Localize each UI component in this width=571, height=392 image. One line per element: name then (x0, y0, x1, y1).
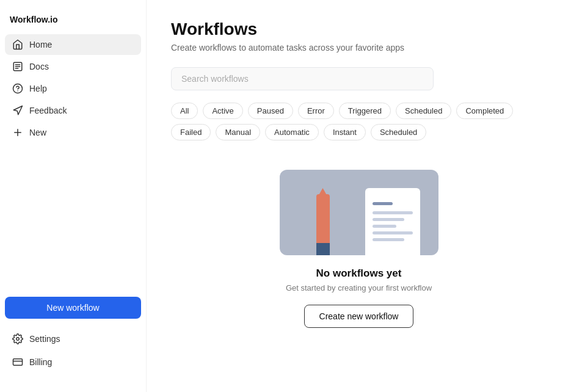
svg-point-9 (16, 338, 20, 341)
filter-tag-instant-10[interactable]: Instant (324, 124, 366, 140)
home-icon (12, 39, 23, 50)
filter-tags: AllActivePausedErrorTriggeredScheduledCo… (171, 103, 547, 140)
sidebar-item-feedback-label: Feedback (29, 106, 67, 115)
filter-tag-automatic-9[interactable]: Automatic (265, 124, 319, 140)
pencil-illustration (316, 194, 330, 255)
doc-line-5 (373, 238, 405, 241)
main-content: Workflows Create workflows to automate t… (147, 0, 571, 392)
sidebar-item-billing-label: Billing (29, 357, 52, 367)
help-icon (12, 83, 23, 94)
sidebar-bottom: New workflow Settings Billing (0, 287, 146, 382)
sidebar-item-home-label: Home (29, 40, 52, 49)
page-title: Workflows (171, 20, 547, 39)
doc-line-1 (373, 211, 413, 214)
feedback-icon (12, 105, 23, 116)
document-illustration (365, 188, 420, 255)
sidebar-item-home[interactable]: Home (5, 34, 141, 55)
doc-line-4 (373, 231, 413, 234)
filter-tag-error-3[interactable]: Error (298, 103, 334, 119)
sidebar-item-help-label: Help (29, 84, 47, 93)
sidebar-item-new[interactable]: New (5, 122, 141, 143)
sidebar-item-docs-label: Docs (29, 62, 49, 71)
filter-tag-paused-2[interactable]: Paused (248, 103, 293, 119)
empty-subtitle: Get started by creating your first workf… (286, 283, 432, 292)
billing-icon (12, 357, 23, 368)
plus-icon (12, 127, 23, 138)
sidebar-item-new-label: New (29, 128, 46, 137)
empty-illustration (280, 170, 438, 255)
page-subtitle: Create workflows to automate tasks acros… (171, 43, 547, 53)
sidebar-item-settings-label: Settings (29, 334, 60, 344)
create-workflow-button[interactable]: Create new workflow (304, 305, 414, 328)
settings-icon (12, 333, 23, 344)
sidebar-nav: Home Docs Help (0, 34, 146, 287)
doc-header-line (373, 202, 393, 205)
filter-tag-active-1[interactable]: Active (203, 103, 242, 119)
empty-state: No workflows yet Get started by creating… (171, 160, 547, 338)
svg-rect-10 (13, 359, 23, 366)
sidebar-item-feedback[interactable]: Feedback (5, 100, 141, 121)
sidebar: Workflow.io Home Docs (0, 0, 147, 392)
sidebar-item-help[interactable]: Help (5, 78, 141, 99)
filter-tag-completed-6[interactable]: Completed (456, 103, 513, 119)
sidebar-item-settings[interactable]: Settings (5, 328, 141, 349)
new-workflow-button[interactable]: New workflow (5, 297, 141, 319)
sidebar-item-docs[interactable]: Docs (5, 56, 141, 77)
doc-line-3 (373, 225, 397, 228)
app-logo: Workflow.io (0, 10, 146, 34)
filter-tag-triggered-4[interactable]: Triggered (339, 103, 391, 119)
search-input[interactable] (171, 67, 434, 90)
filter-tag-scheduled-11[interactable]: Scheduled (371, 124, 426, 140)
filter-tag-all-0[interactable]: All (171, 103, 198, 119)
svg-marker-6 (13, 106, 22, 115)
filter-tag-scheduled-5[interactable]: Scheduled (396, 103, 451, 119)
filter-tag-manual-8[interactable]: Manual (216, 124, 260, 140)
empty-title: No workflows yet (316, 267, 402, 280)
search-container (171, 67, 547, 90)
sidebar-item-billing[interactable]: Billing (5, 352, 141, 372)
docs-icon (12, 61, 23, 72)
doc-line-2 (373, 218, 405, 221)
filter-tag-failed-7[interactable]: Failed (171, 124, 211, 140)
